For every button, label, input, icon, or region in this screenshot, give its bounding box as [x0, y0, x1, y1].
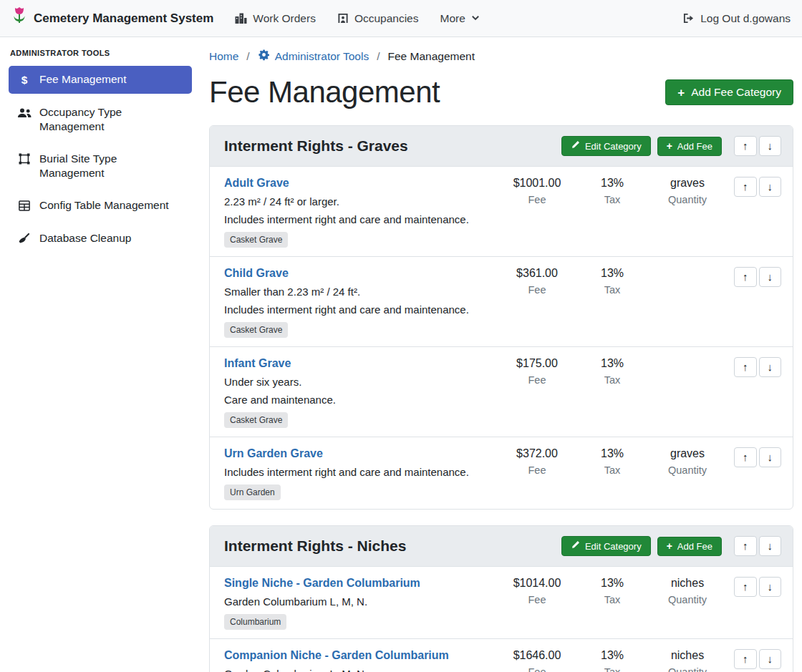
sidebar-item-burial-site-type-management[interactable]: Burial Site Type Management	[9, 145, 192, 187]
down-arrow-icon: ↓	[768, 361, 773, 373]
tax-value: 13%	[576, 177, 648, 190]
fee-description: Garden Columbarium L, M, N.	[224, 595, 492, 608]
table-icon	[17, 199, 32, 213]
move-category-up-button[interactable]: ↑	[734, 136, 757, 156]
up-arrow-icon: ↑	[743, 180, 748, 193]
pencil-icon	[571, 540, 580, 552]
fee-description: Garden Columbarium L, M, N.	[224, 668, 492, 672]
move-fee-down-button[interactable]: ↓	[759, 177, 782, 197]
up-arrow-icon: ↑	[743, 540, 748, 552]
tax-value-label: Tax	[576, 594, 648, 605]
sidebar-item-config-table-management[interactable]: Config Table Management	[9, 192, 192, 220]
move-fee-up-button[interactable]: ↑	[734, 577, 757, 597]
tulip-logo-icon	[11, 7, 27, 29]
app-title: Cemetery Management System	[34, 11, 213, 26]
move-fee-down-button[interactable]: ↓	[759, 267, 782, 287]
move-fee-up-button[interactable]: ↑	[734, 357, 757, 377]
fee-badge: Casket Grave	[224, 322, 288, 338]
category-actions: Edit Category + Add Fee ↑ ↓	[561, 136, 781, 156]
page-layout: ADMINISTRATOR TOOLS $ Fee Management Occ…	[0, 37, 802, 672]
move-fee-up-button[interactable]: ↑	[734, 649, 757, 669]
move-category-up-button[interactable]: ↑	[734, 536, 757, 556]
fee-reorder-group: ↑ ↓	[727, 267, 781, 287]
fee-info: Urn Garden Grave Includes interment righ…	[224, 447, 498, 500]
fee-row: Infant Grave Under six years.Care and ma…	[210, 347, 793, 437]
fee-name[interactable]: Child Grave	[224, 267, 492, 280]
fee-row: Companion Niche - Garden Columbarium Gar…	[210, 639, 793, 672]
sidebar-item-fee-management[interactable]: $ Fee Management	[9, 66, 192, 94]
up-arrow-icon: ↑	[743, 271, 748, 283]
fee-badge: Columbarium	[224, 614, 286, 630]
edit-category-button[interactable]: Edit Category	[561, 136, 651, 156]
logout-icon	[682, 13, 695, 24]
move-fee-up-button[interactable]: ↑	[734, 447, 757, 467]
fee-badge: Casket Grave	[224, 412, 288, 428]
up-arrow-icon: ↑	[743, 361, 748, 373]
fee-amount-column: $1001.00 Fee	[498, 177, 576, 205]
move-category-down-button[interactable]: ↓	[759, 136, 782, 156]
tax-value: 13%	[576, 577, 648, 590]
fee-name[interactable]: Single Niche - Garden Columbarium	[224, 577, 492, 590]
quantity-value-label: Quantity	[648, 464, 727, 476]
edit-category-label: Edit Category	[585, 141, 642, 152]
category-title: Interment Rights - Graves	[224, 137, 561, 155]
fee-name[interactable]: Adult Grave	[224, 177, 492, 190]
add-fee-button[interactable]: + Add Fee	[657, 537, 722, 556]
breadcrumb-admin-tools-link[interactable]: Administrator Tools	[258, 49, 369, 64]
category-list: Interment Rights - Graves Edit Category …	[209, 125, 793, 672]
fee-name[interactable]: Urn Garden Grave	[224, 447, 492, 460]
tax-value-label: Tax	[576, 194, 648, 205]
nav-logout[interactable]: Log Out d.gowans	[682, 12, 791, 25]
fee-value: $1001.00	[498, 177, 576, 190]
tax-value-label: Tax	[576, 284, 648, 296]
move-fee-down-button[interactable]: ↓	[759, 577, 782, 597]
quantity-value-label: Quantity	[648, 666, 727, 672]
fee-descriptions: Garden Columbarium L, M, N.	[224, 668, 492, 672]
add-fee-category-label: Add Fee Category	[691, 86, 781, 99]
sidebar-item-database-cleanup[interactable]: Database Cleanup	[9, 225, 192, 253]
add-fee-category-button[interactable]: + Add Fee Category	[665, 79, 793, 105]
move-fee-up-button[interactable]: ↑	[734, 267, 757, 287]
move-fee-up-button[interactable]: ↑	[734, 177, 757, 197]
sidebar-item-label: Config Table Management	[39, 198, 169, 213]
fee-reorder-group: ↑ ↓	[727, 177, 781, 197]
add-fee-button[interactable]: + Add Fee	[657, 137, 722, 156]
sidebar-item-occupancy-type-management[interactable]: Occupancy Type Management	[9, 99, 192, 140]
fee-description: Includes interment right and care and ma…	[224, 213, 492, 225]
category-body: Adult Grave 2.23 m² / 24 ft² or larger.I…	[210, 167, 793, 509]
fee-description: Under six years.	[224, 376, 492, 388]
fee-info: Single Niche - Garden Columbarium Garden…	[224, 577, 498, 630]
fee-amount-column: $361.00 Fee	[498, 267, 576, 296]
fee-category-card: Interment Rights - Graves Edit Category …	[209, 125, 793, 510]
fee-name[interactable]: Infant Grave	[224, 357, 492, 370]
sidebar-item-label: Occupancy Type Management	[39, 105, 183, 134]
move-fee-down-button[interactable]: ↓	[759, 447, 782, 467]
fee-value: $1014.00	[498, 577, 576, 590]
move-fee-down-button[interactable]: ↓	[759, 357, 782, 377]
up-arrow-icon: ↑	[743, 580, 748, 593]
sidebar-item-label: Fee Management	[39, 72, 127, 87]
breadcrumb-admin-tools-label: Administrator Tools	[275, 50, 369, 63]
plus-icon: +	[677, 87, 685, 99]
down-arrow-icon: ↓	[768, 180, 773, 193]
plus-icon: +	[667, 541, 672, 551]
app-brand[interactable]: Cemetery Management System	[11, 7, 213, 29]
fee-name[interactable]: Companion Niche - Garden Columbarium	[224, 649, 492, 662]
vector-square-icon	[17, 152, 32, 167]
fee-tax-column: 13% Tax	[576, 577, 648, 605]
up-arrow-icon: ↑	[743, 140, 748, 152]
quantity-value-label: Quantity	[648, 594, 727, 605]
up-arrow-icon: ↑	[743, 653, 748, 665]
nav-work-orders[interactable]: Work Orders	[235, 12, 316, 25]
breadcrumb-separator: /	[377, 50, 380, 63]
move-fee-down-button[interactable]: ↓	[759, 649, 782, 669]
breadcrumb-home-label: Home	[209, 50, 238, 63]
breadcrumb-separator: /	[246, 50, 249, 63]
move-category-down-button[interactable]: ↓	[759, 536, 782, 556]
edit-category-button[interactable]: Edit Category	[561, 536, 651, 556]
fee-description: 2.23 m² / 24 ft² or larger.	[224, 195, 492, 208]
down-arrow-icon: ↓	[768, 540, 773, 552]
nav-more[interactable]: More	[440, 12, 480, 25]
breadcrumb-home-link[interactable]: Home	[209, 50, 238, 63]
nav-occupancies[interactable]: Occupancies	[337, 12, 419, 25]
